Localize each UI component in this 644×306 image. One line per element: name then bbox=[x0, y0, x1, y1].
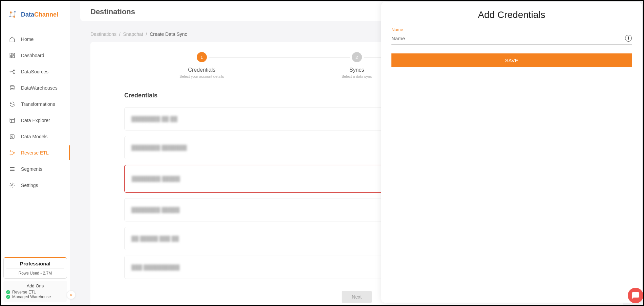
svg-rect-17 bbox=[10, 135, 14, 139]
svg-point-19 bbox=[10, 150, 11, 151]
nav: Home Dashboard DataSources DataWarehouse… bbox=[1, 28, 70, 196]
credential-name: ████████ ███████ bbox=[131, 145, 187, 150]
step-number: 1 bbox=[197, 52, 207, 62]
panel-title: Add Credentials bbox=[391, 9, 632, 20]
add-credentials-panel: Add Credentials Name i SAVE bbox=[381, 2, 642, 303]
nav-label: Reverse ETL bbox=[21, 150, 49, 156]
warehouses-icon bbox=[9, 85, 16, 91]
models-icon bbox=[9, 133, 16, 140]
credential-name: ████████ █████ bbox=[132, 176, 180, 182]
sidebar: DataChannel Home Dashboard DataSources D… bbox=[1, 1, 70, 305]
svg-rect-9 bbox=[13, 53, 15, 54]
nav-reverseetl[interactable]: Reverse ETL bbox=[1, 145, 70, 160]
info-icon[interactable]: i bbox=[625, 35, 632, 42]
gear-icon bbox=[9, 182, 16, 189]
nav-label: Transformations bbox=[21, 101, 55, 107]
name-label: Name bbox=[391, 27, 632, 32]
svg-point-14 bbox=[14, 73, 15, 74]
step-credentials[interactable]: 1 Credentials Select your account detail… bbox=[124, 52, 279, 78]
addons-card: Add Ons ✓Reverse ETL ✓Managed Warehouse bbox=[3, 281, 67, 302]
section-title: Credentials bbox=[124, 92, 157, 99]
segments-icon bbox=[9, 166, 16, 172]
chat-fab[interactable] bbox=[628, 288, 643, 303]
svg-point-21 bbox=[14, 152, 15, 154]
credential-name: ███ ██████████ bbox=[131, 264, 179, 270]
credential-name: ██ █████ ███ ██ bbox=[131, 236, 179, 241]
addons-title: Add Ons bbox=[6, 283, 64, 288]
svg-point-20 bbox=[10, 154, 11, 155]
svg-point-25 bbox=[12, 185, 13, 186]
step-title: Credentials bbox=[124, 67, 279, 73]
nav-datawarehouses[interactable]: DataWarehouses bbox=[1, 80, 70, 95]
nav-datasources[interactable]: DataSources bbox=[1, 64, 70, 79]
brand-logo[interactable]: DataChannel bbox=[1, 1, 70, 28]
nav-segments[interactable]: Segments bbox=[1, 162, 70, 176]
nav-home[interactable]: Home bbox=[1, 32, 70, 47]
nav-dashboard[interactable]: Dashboard bbox=[1, 48, 70, 63]
nav-label: Home bbox=[21, 37, 34, 42]
check-icon: ✓ bbox=[6, 290, 10, 294]
addon-reverseetl: ✓Reverse ETL bbox=[6, 290, 64, 295]
nav-label: Data Explorer bbox=[21, 118, 50, 123]
credential-name: ████████ █████ bbox=[131, 207, 179, 213]
nav-settings[interactable]: Settings bbox=[1, 178, 70, 193]
crumb-snapchat[interactable]: Snapchat bbox=[123, 31, 143, 37]
plan-rows: Rows Used - 2.7M bbox=[6, 268, 64, 276]
svg-point-13 bbox=[14, 70, 15, 71]
svg-point-15 bbox=[10, 86, 14, 87]
step-number: 2 bbox=[352, 52, 362, 62]
nav-transformations[interactable]: Transformations bbox=[1, 97, 70, 112]
svg-rect-16 bbox=[10, 118, 15, 123]
plan-name: Professional bbox=[6, 261, 64, 266]
svg-rect-10 bbox=[13, 55, 15, 58]
svg-rect-8 bbox=[10, 53, 12, 55]
home-icon bbox=[9, 36, 16, 43]
nav-label: Data Models bbox=[21, 134, 48, 139]
svg-point-18 bbox=[12, 136, 13, 138]
next-button[interactable]: Next bbox=[342, 291, 372, 303]
page-title: Destinations bbox=[90, 7, 135, 16]
nav-label: Dashboard bbox=[21, 53, 44, 58]
crumb-destinations[interactable]: Destinations bbox=[90, 31, 116, 37]
nav-label: DataWarehouses bbox=[21, 85, 58, 91]
credential-name: ████████ ██ ██ bbox=[131, 116, 177, 122]
nav-datamodels[interactable]: Data Models bbox=[1, 129, 70, 144]
name-input[interactable] bbox=[391, 36, 622, 41]
plan-box: Professional Rows Used - 2.7M Add Ons ✓R… bbox=[3, 257, 67, 302]
addon-warehouse: ✓Managed Warehouse bbox=[6, 295, 64, 299]
datasources-icon bbox=[9, 68, 16, 75]
svg-rect-11 bbox=[10, 56, 12, 58]
step-sub: Select your account details bbox=[124, 74, 279, 78]
nav-label: Segments bbox=[21, 166, 42, 172]
check-icon: ✓ bbox=[6, 295, 10, 299]
nav-label: Settings bbox=[21, 183, 38, 188]
dashboard-icon bbox=[9, 52, 16, 59]
explorer-icon bbox=[9, 117, 16, 124]
crumb-current: Create Data Sync bbox=[150, 31, 187, 37]
nav-dataexplorer[interactable]: Data Explorer bbox=[1, 113, 70, 128]
svg-point-12 bbox=[10, 71, 11, 72]
brand-text: DataChannel bbox=[21, 11, 58, 18]
transformations-icon bbox=[9, 101, 16, 108]
reverseetl-icon bbox=[9, 149, 16, 156]
plan-card[interactable]: Professional Rows Used - 2.7M bbox=[3, 257, 67, 279]
nav-label: DataSources bbox=[21, 69, 48, 74]
save-button[interactable]: SAVE bbox=[391, 53, 632, 67]
brand-icon bbox=[7, 9, 18, 20]
